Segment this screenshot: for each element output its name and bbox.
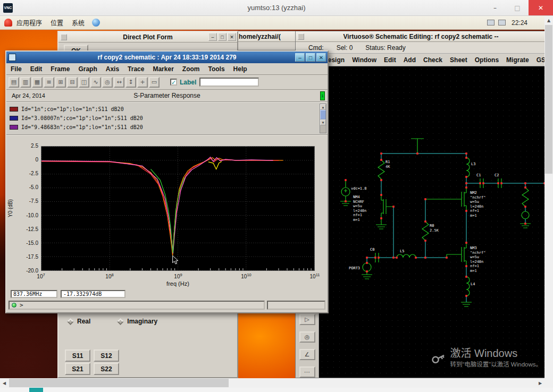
dpf-titlebar[interactable]: Direct Plot Form – □ ✕ [58,32,237,42]
schematic-label-nm4[interactable]: m=1 [353,218,360,222]
legend-scroll-thumb[interactable] [320,110,326,120]
label-input[interactable] [199,78,259,87]
vnc-maximize-button[interactable]: □ [506,0,529,15]
pin-marker[interactable] [366,262,368,264]
fit-icon[interactable]: ▭ [149,77,160,88]
waveform-window[interactable]: rf copy2 schematic : Apr 24 18:33:19 201… [5,50,329,313]
schematic-label-vdc[interactable]: vdc=1.8 [351,186,367,191]
schematic-label-nm4[interactable]: l=240n [353,209,366,213]
wf-menu-edit[interactable]: Edit [26,65,47,73]
pin-marker[interactable] [366,257,368,259]
pin-marker[interactable] [465,176,467,178]
schematic-label-port3[interactable]: PORT3 [349,266,360,270]
dpf-window-icon[interactable] [61,34,67,40]
print-icon[interactable]: ▤ [9,77,19,88]
wf-menu-tools[interactable]: Tools [204,65,229,73]
add-subwindow-icon[interactable]: ⊞ [55,77,66,88]
schematic-label-l4[interactable]: L4 [471,282,475,286]
virtuoso-schematic-window[interactable]: Virtuoso® Schematic Editing: rf copy2 sc… [295,31,547,378]
schematic-label-nm3[interactable]: NM3 [470,246,477,250]
schematic-label-nm4[interactable]: w=5u [353,204,362,208]
waveform-window-icon[interactable] [9,54,16,61]
sch-tool-pin-icon[interactable]: ▷ [299,314,315,325]
schematic-label-r0[interactable]: 2.5K [430,228,439,233]
browser-icon[interactable] [92,19,100,27]
plot-legend[interactable]: Id="1n";co="1p";lo="1n";S11 dB20Id="3.08… [6,103,328,135]
pin-marker[interactable] [465,210,467,212]
virtuoso-titlebar[interactable]: Virtuoso® Schematic Editing: rf copy2 sc… [296,31,546,42]
legend-scroll-down-icon[interactable]: ▼ [320,120,326,125]
schematic-label-c2[interactable]: C2 [495,173,499,177]
legend-entry[interactable]: Id="9.48683n";co="1p";lo="1n";S11 dB20 [10,123,328,132]
pin-marker[interactable] [380,159,382,161]
imaginary-checkbox[interactable]: Imaginary [118,318,157,325]
pin-marker[interactable] [424,198,426,200]
schematic-label-c0[interactable]: C0 [370,248,374,252]
pin-marker[interactable] [497,182,499,184]
real-checkbox[interactable]: Real [68,318,90,325]
schematic-pins[interactable] [345,152,546,297]
pan-icon[interactable]: + [137,77,148,88]
s11-button[interactable]: S11 [65,350,90,362]
s21-button[interactable]: S21 [65,363,90,375]
smith-icon[interactable]: ◎ [102,77,113,88]
legend-scroll-up-icon[interactable]: ▲ [320,104,326,110]
spreadsheet-icon[interactable]: ▦ [32,77,43,88]
zoom-y-icon[interactable]: ↕ [125,77,136,88]
pin-marker[interactable] [345,200,347,202]
pin-marker[interactable] [524,182,526,184]
s22-button[interactable]: S22 [94,363,119,375]
pin-marker[interactable] [465,152,467,155]
schematic-label-nm3[interactable]: w=5u [470,255,479,259]
schematic-label-l5[interactable]: L5 [400,249,404,253]
schematic-drawing[interactable]: R14KL3NM4NCHRFw=5ul=240nnf=1m=1NM2"nchrf… [319,66,546,377]
schematic-label-nm2[interactable]: m=1 [470,214,477,218]
schematic-label-r1[interactable]: R1 [386,160,390,164]
panel-menu-applications[interactable]: 应用程序 [12,18,46,27]
schematic-label-l3[interactable]: L3 [471,162,475,166]
wf-menu-zoom[interactable]: Zoom [178,65,204,73]
pin-marker[interactable] [416,152,418,155]
schematic-canvas[interactable]: R14KL3NM4NCHRFw=5ul=240nnf=1m=1NM2"nchrf… [319,66,546,378]
vnc-close-button[interactable]: ✕ [529,0,553,15]
schematic-label-c1[interactable]: C1 [476,173,481,177]
vertical-scroll-thumb[interactable] [545,25,552,174]
waveform-minimize-button[interactable]: – [295,53,305,62]
dpf-maximize-button[interactable]: □ [218,33,227,41]
wf-menu-file[interactable]: File [6,65,26,73]
pin-marker[interactable] [465,186,467,189]
pin-marker[interactable] [380,179,382,181]
schematic-wires[interactable] [367,154,546,302]
schematic-label-nm4[interactable]: NM4 [353,195,360,199]
pin-marker[interactable] [374,257,376,259]
imaginary-toggle-icon[interactable] [117,318,124,325]
tray-network-icon[interactable] [498,20,506,25]
schematic-label-nm2[interactable]: "nchrf" [470,195,486,200]
pin-marker[interactable] [366,270,368,272]
pin-marker[interactable] [465,265,467,267]
sch-menu-options[interactable]: Options [471,56,502,64]
wf-menu-marker[interactable]: Marker [148,65,178,73]
overlay-mode-icon[interactable]: ∿ [90,77,101,88]
legend-entry[interactable]: Id="3.08007n";co="1p";lo="1n";S11 dB20 [10,114,328,123]
sch-tool-ruler-icon[interactable]: ∠ [299,349,315,360]
real-toggle-icon[interactable] [67,318,74,325]
legend-scrollbar[interactable]: ▲ ▼ [320,104,326,133]
waveform-close-button[interactable]: ✕ [316,53,326,62]
schematic-label-r1[interactable]: 4K [386,165,390,169]
pin-marker[interactable] [524,206,526,208]
panel-menu-places[interactable]: 位置 [46,18,68,27]
pin-marker[interactable] [500,182,502,184]
graph-list-icon[interactable]: ≡ [44,77,54,88]
pin-marker[interactable] [465,242,467,244]
pin-marker[interactable] [482,182,484,184]
pin-marker[interactable] [415,257,417,259]
tray-display-icon[interactable] [487,20,495,25]
wf-menu-help[interactable]: Help [229,65,252,73]
pin-marker[interactable] [465,276,467,278]
schematic-label-r0[interactable]: R0 [430,224,434,228]
sch-menu-migrate[interactable]: Migrate [502,56,533,64]
pin-marker[interactable] [465,157,467,159]
schematic-label-nm3[interactable]: "nchrf" [470,251,486,255]
taskbar-item[interactable] [29,388,43,392]
